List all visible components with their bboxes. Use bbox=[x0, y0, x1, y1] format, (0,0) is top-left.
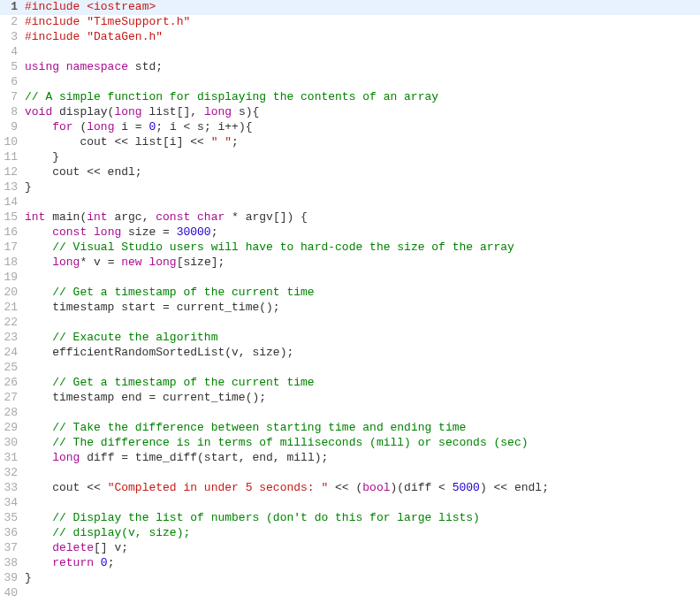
code-line: 36 // display(v, size); bbox=[0, 526, 700, 541]
code-line: 33 cout << "Completed in under 5 seconds… bbox=[0, 481, 700, 496]
token: // A simple function for displaying the … bbox=[25, 90, 438, 103]
line-number: 1 bbox=[0, 0, 25, 15]
token bbox=[25, 556, 52, 569]
code-line: 30 // The difference is in terms of mill… bbox=[0, 436, 700, 451]
line-number: 5 bbox=[0, 60, 25, 75]
line-number: 28 bbox=[0, 406, 25, 421]
token: timestamp end = current_time(); bbox=[25, 391, 266, 404]
token: s){ bbox=[239, 105, 259, 118]
token: bool bbox=[362, 481, 390, 494]
token bbox=[25, 240, 52, 254]
code-line: 28 bbox=[0, 406, 700, 421]
line-content: const long size = 30000; bbox=[25, 225, 700, 240]
token: // Get a timestamp of the current time bbox=[52, 376, 314, 389]
line-number: 22 bbox=[0, 316, 25, 331]
token: "Completed in under 5 seconds: " bbox=[108, 481, 329, 494]
token: [] v; bbox=[94, 541, 128, 554]
token bbox=[25, 286, 52, 299]
line-content: int main(int argc, const char * argv[]) … bbox=[25, 210, 700, 225]
token: int bbox=[25, 210, 52, 224]
line-number: 10 bbox=[0, 135, 25, 150]
line-number: 3 bbox=[0, 30, 25, 45]
token: delete bbox=[52, 541, 94, 554]
code-line: 31 long diff = time_diff(start, end, mil… bbox=[0, 451, 700, 466]
token: diff = time_diff(start, end, mill); bbox=[87, 451, 328, 464]
line-number: 24 bbox=[0, 346, 25, 361]
line-number: 13 bbox=[0, 180, 25, 195]
token: long bbox=[52, 451, 87, 464]
line-number: 8 bbox=[0, 105, 25, 120]
line-content: // Get a timestamp of the current time bbox=[25, 376, 700, 391]
token: efficientRandomSortedList(v, size); bbox=[25, 346, 293, 359]
token: void bbox=[25, 105, 59, 118]
token: const char bbox=[156, 210, 232, 224]
line-number: 6 bbox=[0, 75, 25, 90]
token: new long bbox=[121, 256, 176, 269]
token: "DataGen.h" bbox=[87, 30, 163, 43]
token bbox=[25, 331, 52, 344]
code-line: 37 delete[] v; bbox=[0, 541, 700, 556]
code-line: 10 cout << list[i] << " "; bbox=[0, 135, 700, 150]
line-number: 25 bbox=[0, 361, 25, 376]
line-content: } bbox=[25, 571, 700, 586]
code-line: 39} bbox=[0, 571, 700, 586]
code-lines: 1#include <iostream>2#include "TimeSuppo… bbox=[0, 0, 700, 601]
token: // The difference is in terms of millise… bbox=[52, 436, 528, 449]
line-content: long diff = time_diff(start, end, mill); bbox=[25, 451, 700, 466]
token: )(diff < bbox=[391, 481, 453, 494]
token: // Take the difference between starting … bbox=[52, 421, 466, 434]
token: ; bbox=[232, 135, 239, 149]
code-line: 11 } bbox=[0, 150, 700, 165]
code-line: 9 for (long i = 0; i < s; i++){ bbox=[0, 120, 700, 135]
line-content: return 0; bbox=[25, 556, 700, 571]
code-line: 20 // Get a timestamp of the current tim… bbox=[0, 286, 700, 301]
code-line: 26 // Get a timestamp of the current tim… bbox=[0, 376, 700, 391]
line-number: 15 bbox=[0, 210, 25, 225]
token: " " bbox=[211, 135, 232, 149]
token: <iostream> bbox=[87, 0, 156, 13]
code-line: 29 // Take the difference between starti… bbox=[0, 421, 700, 436]
line-number: 12 bbox=[0, 165, 25, 180]
token: list[], bbox=[148, 105, 203, 118]
line-content: // Get a timestamp of the current time bbox=[25, 286, 700, 301]
line-content: timestamp end = current_time(); bbox=[25, 391, 700, 406]
token: cout << list[i] << bbox=[25, 135, 211, 149]
line-content: long* v = new long[size]; bbox=[25, 256, 700, 271]
token bbox=[25, 511, 52, 524]
code-line: 4 bbox=[0, 45, 700, 60]
token: for bbox=[52, 120, 80, 134]
code-line: 2#include "TimeSupport.h" bbox=[0, 15, 700, 30]
line-number: 4 bbox=[0, 45, 25, 60]
token: long bbox=[52, 256, 80, 269]
code-line: 12 cout << endl; bbox=[0, 165, 700, 180]
line-number: 16 bbox=[0, 225, 25, 240]
line-number: 20 bbox=[0, 286, 25, 301]
token: << ( bbox=[328, 481, 362, 494]
token: #include bbox=[25, 15, 87, 28]
token bbox=[25, 541, 52, 554]
line-number: 19 bbox=[0, 271, 25, 286]
token bbox=[25, 225, 52, 239]
line-content: #include "TimeSupport.h" bbox=[25, 15, 700, 30]
code-line: 17 // Visual Studio users will have to h… bbox=[0, 240, 700, 256]
code-line: 13} bbox=[0, 180, 700, 195]
line-content: cout << list[i] << " "; bbox=[25, 135, 700, 150]
token: ; i < s; i++){ bbox=[156, 120, 252, 134]
token: ; bbox=[108, 556, 115, 569]
line-content: // The difference is in terms of millise… bbox=[25, 436, 700, 451]
token bbox=[25, 526, 52, 539]
token: cout << bbox=[25, 481, 108, 494]
code-line: 8void display(long list[], long s){ bbox=[0, 105, 700, 120]
token: i = bbox=[121, 120, 148, 134]
token bbox=[25, 451, 52, 464]
line-number: 40 bbox=[0, 586, 25, 601]
line-number: 11 bbox=[0, 150, 25, 165]
line-content: } bbox=[25, 180, 700, 195]
line-number: 26 bbox=[0, 376, 25, 391]
token: display( bbox=[59, 105, 114, 118]
code-line: 32 bbox=[0, 466, 700, 481]
code-editor: 1#include <iostream>2#include "TimeSuppo… bbox=[0, 0, 700, 601]
code-line: 15int main(int argc, const char * argv[]… bbox=[0, 210, 700, 225]
line-content: cout << "Completed in under 5 seconds: "… bbox=[25, 481, 700, 496]
code-line: 25 bbox=[0, 361, 700, 376]
